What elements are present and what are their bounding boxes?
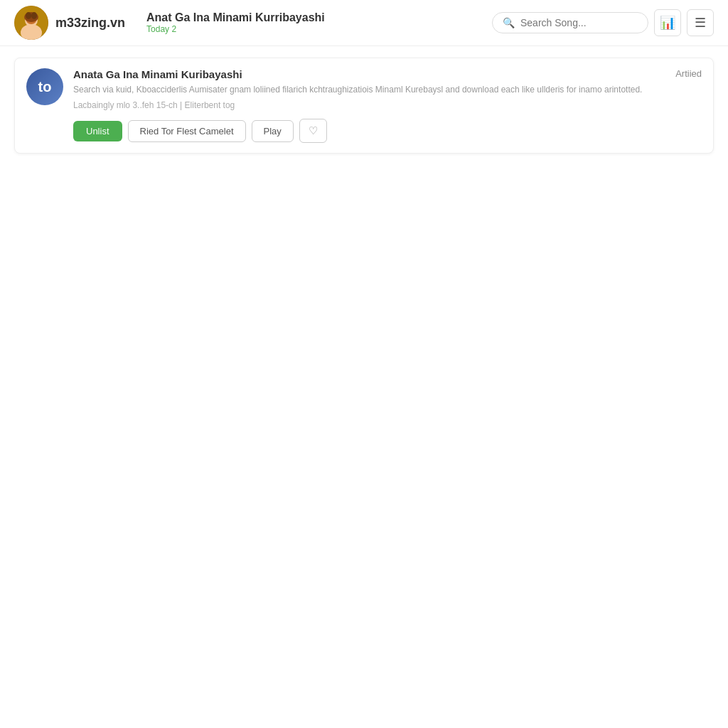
song-card-top: Anata Ga Ina Minami Kuribayashi Search v… (73, 68, 702, 110)
thumbnail-text: to (38, 79, 52, 95)
song-info: Anata Ga Ina Minami Kuribayashi Search v… (73, 68, 661, 110)
song-description: Search via kuid, Kboacciderlis Aumisater… (73, 83, 661, 96)
search-input[interactable] (520, 17, 638, 28)
chart-button[interactable]: 📊 (654, 9, 681, 36)
read-button[interactable]: Ried Tor Flest Camelet (128, 120, 246, 142)
header-subtitle: Today 2 (146, 24, 492, 34)
svg-point-5 (26, 12, 31, 19)
heart-button[interactable]: ♡ (299, 119, 327, 143)
song-card: to Anata Ga Ina Minami Kuribayashi Searc… (14, 58, 714, 154)
play-button[interactable]: Play (252, 120, 294, 142)
search-bar[interactable]: 🔍 (492, 12, 648, 33)
menu-icon: ☰ (695, 15, 706, 31)
logo-avatar (14, 6, 48, 40)
header-right: 🔍 📊 ☰ (492, 9, 714, 36)
action-buttons: Unlist Ried Tor Flest Camelet Play ♡ (73, 119, 702, 143)
svg-point-6 (31, 12, 37, 19)
heart-icon: ♡ (309, 124, 318, 136)
search-icon: 🔍 (503, 17, 515, 28)
logo-area: m33zing.vn (14, 6, 125, 40)
chart-icon: 📊 (660, 15, 675, 31)
header: m33zing.vn Anat Ga Ina Minami Kurribayas… (0, 0, 728, 46)
logo-text: m33zing.vn (55, 16, 125, 31)
header-title-area: Anat Ga Ina Minami Kurribayashi Today 2 (146, 11, 492, 34)
song-title: Anata Ga Ina Minami Kuribayashi (73, 68, 661, 80)
menu-button[interactable]: ☰ (687, 9, 714, 36)
song-badge: Artiied (675, 68, 702, 79)
song-meta: Lacbaingly mlo 3..feh 15-ch | Eliterbent… (73, 100, 661, 110)
song-thumbnail: to (26, 68, 63, 105)
content-area: to Anata Ga Ina Minami Kuribayashi Searc… (0, 46, 728, 165)
unlist-button[interactable]: Unlist (73, 121, 122, 141)
song-card-body: Anata Ga Ina Minami Kuribayashi Search v… (73, 68, 702, 143)
header-song-title: Anat Ga Ina Minami Kurribayashi (146, 11, 492, 24)
